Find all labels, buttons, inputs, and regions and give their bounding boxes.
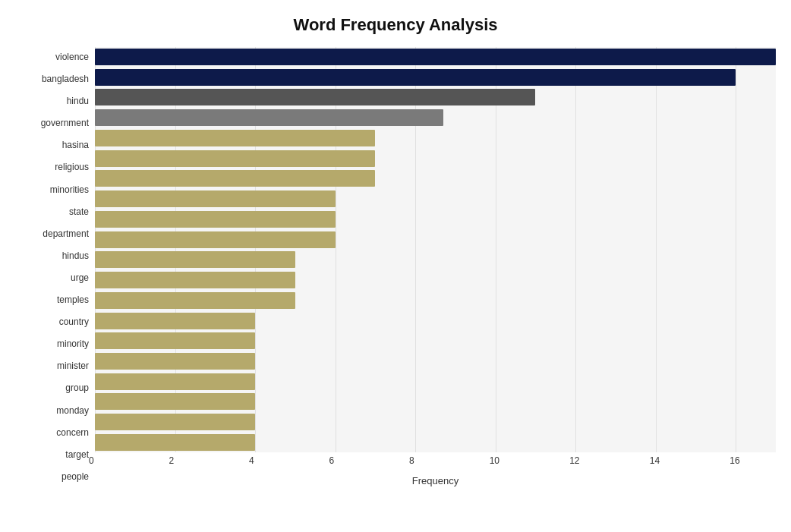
x-axis: 0246810121416 Frequency	[95, 455, 776, 486]
bar-row	[95, 47, 776, 67]
bar-row	[95, 331, 776, 351]
bar	[95, 353, 255, 370]
bars-area: 0246810121416 Frequency	[95, 47, 776, 486]
y-label: temples	[57, 290, 89, 310]
bar-row	[95, 372, 776, 392]
bar-row	[95, 209, 776, 229]
y-label: government	[41, 113, 89, 133]
bar-row	[95, 270, 776, 290]
y-label: minority	[57, 334, 89, 354]
y-label: minister	[57, 356, 89, 376]
y-label: urge	[71, 268, 89, 288]
bar-row	[95, 311, 776, 331]
y-label: people	[61, 467, 89, 486]
y-label: target	[65, 445, 89, 464]
y-label: minorities	[50, 180, 89, 200]
y-label: state	[69, 202, 89, 222]
y-labels: violencebangladeshhindugovernmenthasinar…	[15, 47, 95, 486]
bar	[95, 373, 255, 390]
bar-row	[95, 392, 776, 411]
y-label: religious	[55, 157, 89, 177]
bar-row	[95, 351, 776, 371]
bar-row	[95, 189, 776, 209]
bars-rows	[95, 47, 776, 452]
bar	[95, 69, 736, 86]
bar-row	[95, 108, 776, 127]
bar	[95, 190, 336, 207]
bar	[95, 434, 255, 451]
chart-title: Word Frequency Analysis	[15, 15, 776, 35]
x-ticks: 0246810121416	[95, 455, 776, 471]
y-label: department	[43, 224, 89, 244]
bar-row	[95, 291, 776, 310]
bar	[95, 272, 295, 288]
bar	[95, 393, 255, 410]
chart-container: Word Frequency Analysis violencebanglade…	[0, 0, 791, 532]
bar-row	[95, 250, 776, 269]
bar-row	[95, 68, 776, 87]
grid-and-bars	[95, 47, 776, 452]
y-label: hindus	[62, 246, 89, 266]
bar	[95, 231, 336, 248]
bar	[95, 109, 443, 126]
x-axis-label: Frequency	[95, 475, 776, 486]
bar	[95, 211, 336, 228]
bar	[95, 414, 255, 430]
bar-row	[95, 433, 776, 452]
bar	[95, 89, 535, 105]
bar	[95, 313, 255, 329]
bar-row	[95, 168, 776, 188]
y-label: hasina	[62, 135, 89, 155]
bar-row	[95, 230, 776, 250]
y-label: violence	[55, 47, 89, 67]
y-label: country	[59, 312, 89, 332]
bar	[95, 251, 295, 268]
bar	[95, 130, 375, 146]
y-label: hindu	[67, 91, 89, 111]
bar-row	[95, 87, 776, 107]
y-label: bangladesh	[42, 69, 89, 89]
chart-body: violencebangladeshhindugovernmenthasinar…	[15, 47, 776, 486]
bar	[95, 170, 375, 187]
bar	[95, 292, 295, 309]
y-label: concern	[56, 423, 89, 442]
bar-row	[95, 412, 776, 432]
bar-row	[95, 149, 776, 168]
bar	[95, 49, 776, 65]
y-label: monday	[56, 401, 89, 420]
bar-row	[95, 128, 776, 148]
y-label: group	[65, 378, 89, 398]
bar	[95, 332, 255, 349]
bar	[95, 150, 375, 167]
